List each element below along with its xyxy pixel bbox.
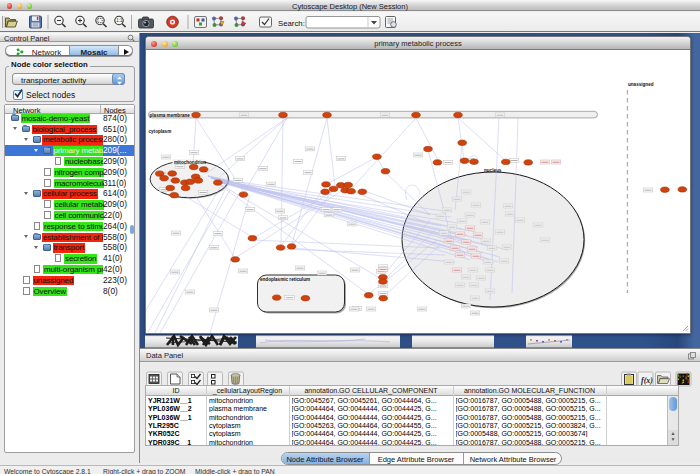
svg-text:endoplasmic reticulum: endoplasmic reticulum bbox=[260, 277, 310, 282]
svg-text:mitochondrion: mitochondrion bbox=[174, 160, 206, 165]
svg-text:f(x): f(x) bbox=[641, 376, 653, 385]
svg-text:plasma membrane: plasma membrane bbox=[150, 113, 191, 118]
svg-text:nucleus: nucleus bbox=[484, 168, 502, 173]
svg-text:1:1: 1:1 bbox=[116, 18, 123, 23]
svg-text:cytoplasm: cytoplasm bbox=[149, 129, 172, 134]
svg-text:unassigned: unassigned bbox=[628, 82, 654, 87]
svg-text:Search:: Search: bbox=[278, 19, 305, 28]
